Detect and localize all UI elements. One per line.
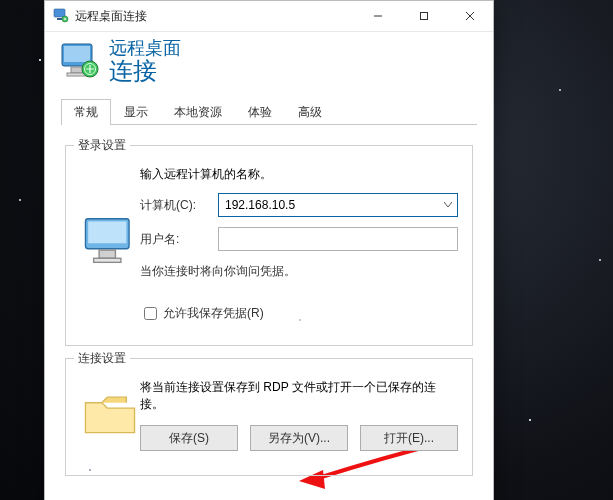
- banner-title: 远程桌面: [109, 38, 181, 58]
- tab-general[interactable]: 常规: [61, 99, 111, 126]
- tab-experience[interactable]: 体验: [235, 99, 285, 126]
- minimize-button[interactable]: [355, 1, 401, 31]
- connection-note: 将当前连接设置保存到 RDP 文件或打开一个已保存的连接。: [140, 379, 458, 413]
- username-input[interactable]: [218, 227, 458, 251]
- credentials-note: 当你连接时将向你询问凭据。: [140, 263, 458, 280]
- content-area: 登录设置 输入远程计算机的名称。 计算机(C):: [45, 125, 493, 500]
- titlebar[interactable]: 远程桌面连接: [45, 1, 493, 32]
- svg-rect-11: [88, 221, 126, 243]
- folder-icon: [80, 427, 140, 441]
- computer-label: 计算机(C):: [140, 197, 218, 214]
- desktop-background: 远程桌面连接 远程桌面 连接: [0, 0, 613, 500]
- banner-subtitle: 连接: [109, 58, 181, 84]
- svg-rect-3: [421, 13, 428, 20]
- svg-rect-1: [57, 18, 62, 20]
- svg-rect-6: [71, 67, 83, 73]
- close-icon: [465, 11, 475, 21]
- rdp-dialog-window: 远程桌面连接 远程桌面 连接: [44, 0, 494, 500]
- username-label: 用户名:: [140, 231, 218, 248]
- chevron-down-icon[interactable]: [439, 194, 457, 216]
- tab-advanced[interactable]: 高级: [285, 99, 335, 126]
- login-settings-group: 登录设置 输入远程计算机的名称。 计算机(C):: [65, 145, 473, 346]
- svg-rect-13: [94, 258, 121, 262]
- banner: 远程桌面 连接: [45, 32, 493, 92]
- app-icon: [53, 8, 69, 24]
- login-group-title: 登录设置: [74, 137, 130, 154]
- tab-strip: 常规 显示 本地资源 体验 高级: [45, 92, 493, 125]
- window-title: 远程桌面连接: [75, 8, 147, 25]
- minimize-icon: [373, 11, 383, 21]
- tab-local-resources[interactable]: 本地资源: [161, 99, 235, 126]
- save-as-button[interactable]: 另存为(V)...: [250, 425, 348, 451]
- save-credentials-label: 允许我保存凭据(R): [163, 305, 264, 322]
- svg-rect-12: [99, 250, 115, 258]
- close-button[interactable]: [447, 1, 493, 31]
- conn-group-title: 连接设置: [74, 350, 130, 367]
- maximize-button[interactable]: [401, 1, 447, 31]
- svg-rect-5: [64, 46, 90, 62]
- tab-display[interactable]: 显示: [111, 99, 161, 126]
- maximize-icon: [419, 11, 429, 21]
- login-prompt-text: 输入远程计算机的名称。: [140, 166, 458, 183]
- computer-icon: [80, 259, 140, 273]
- computer-combobox[interactable]: [218, 193, 458, 217]
- rdc-logo-icon: [59, 40, 101, 82]
- connection-settings-group: 连接设置 将当前连接设置保存到 RDP 文件或打开一个已保存的连接。 保存(S)…: [65, 358, 473, 476]
- save-button[interactable]: 保存(S): [140, 425, 238, 451]
- svg-rect-0: [54, 9, 65, 17]
- computer-input[interactable]: [219, 194, 439, 216]
- open-button[interactable]: 打开(E)...: [360, 425, 458, 451]
- save-credentials-checkbox[interactable]: [144, 307, 157, 320]
